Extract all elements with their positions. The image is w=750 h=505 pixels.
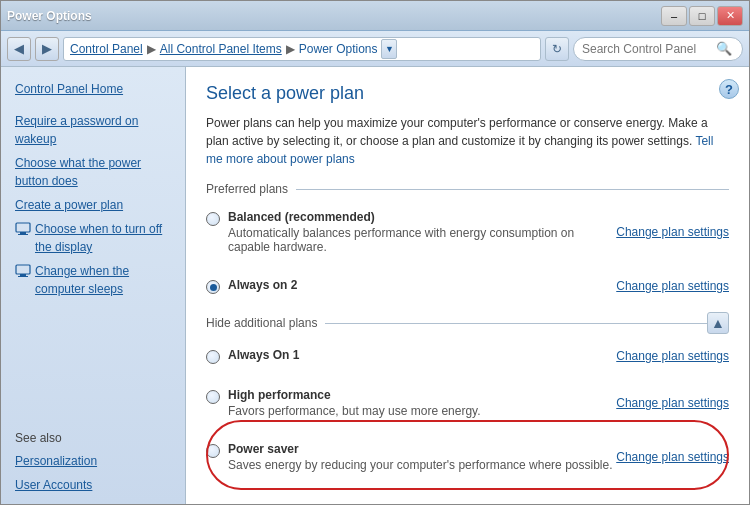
radio-always-on-1-btn[interactable] xyxy=(206,350,220,364)
sleep-icon xyxy=(15,263,31,279)
plan-balanced: Balanced (recommended) Automatically bal… xyxy=(206,204,729,260)
plan-always-on-1-change[interactable]: Change plan settings xyxy=(616,349,729,363)
svg-rect-0 xyxy=(16,223,30,232)
refresh-button[interactable]: ↻ xyxy=(545,37,569,61)
plan-always-on-1-name: Always On 1 xyxy=(228,348,616,362)
radio-power-saver[interactable] xyxy=(206,444,220,458)
plan-always-on-2-info: Always on 2 xyxy=(228,278,616,294)
page-title: Select a power plan xyxy=(206,83,729,104)
breadcrumb[interactable]: Control Panel ▶ All Control Panel Items … xyxy=(63,37,541,61)
content-area: ? Select a power plan Power plans can he… xyxy=(186,67,749,504)
sleep-link-text: Change when the computer sleeps xyxy=(35,262,171,298)
plan-power-saver: Power saver Saves energy by reducing you… xyxy=(206,436,729,478)
plan-high-performance-info: High performance Favors performance, but… xyxy=(228,388,616,418)
additional-toggle[interactable]: ▲ xyxy=(707,312,729,334)
svg-rect-1 xyxy=(20,232,26,234)
plan-always-on-1: Always On 1 Change plan settings xyxy=(206,342,729,370)
close-button[interactable]: ✕ xyxy=(717,6,743,26)
plan-power-saver-info: Power saver Saves energy by reducing you… xyxy=(228,442,616,472)
plan-balanced-desc: Automatically balances performance with … xyxy=(228,226,616,254)
title-controls: – □ ✕ xyxy=(661,6,743,26)
content-intro: Power plans can help you maximize your c… xyxy=(206,114,729,168)
search-input[interactable] xyxy=(582,42,712,56)
additional-divider xyxy=(325,323,707,324)
forward-button[interactable]: ▶ xyxy=(35,37,59,61)
sidebar-item-sleep[interactable]: Change when the computer sleeps xyxy=(1,259,185,301)
help-button[interactable]: ? xyxy=(719,79,739,99)
preferred-section-header: Preferred plans xyxy=(206,182,729,196)
plan-always-on-2: Always on 2 Change plan settings xyxy=(206,272,729,300)
sidebar: Control Panel Home Require a password on… xyxy=(1,67,186,504)
plan-high-performance-desc: Favors performance, but may use more ene… xyxy=(228,404,616,418)
breadcrumb-3: Power Options xyxy=(299,42,378,56)
display-link-text: Choose when to turn off the display xyxy=(35,220,171,256)
radio-power-saver-btn[interactable] xyxy=(206,444,220,458)
radio-high-performance-btn[interactable] xyxy=(206,390,220,404)
breadcrumb-2[interactable]: All Control Panel Items xyxy=(160,42,282,56)
plan-high-performance-change[interactable]: Change plan settings xyxy=(616,396,729,410)
sidebar-item-user-accounts[interactable]: User Accounts xyxy=(1,473,185,497)
main-window: Power Options – □ ✕ ◀ ▶ Control Panel ▶ … xyxy=(0,0,750,505)
sidebar-item-home[interactable]: Control Panel Home xyxy=(1,77,185,101)
see-also-label: See also xyxy=(1,421,185,449)
plan-balanced-name: Balanced (recommended) xyxy=(228,210,616,224)
additional-label: Hide additional plans xyxy=(206,316,317,330)
main-area: Control Panel Home Require a password on… xyxy=(1,67,749,504)
search-icon: 🔍 xyxy=(716,41,732,56)
sidebar-item-display[interactable]: Create a power plan Choose when to turn … xyxy=(1,217,185,259)
plan-power-saver-name: Power saver xyxy=(228,442,616,456)
breadcrumb-1[interactable]: Control Panel xyxy=(70,42,143,56)
sidebar-item-power-button[interactable]: Choose what the power button does xyxy=(1,151,185,193)
back-button[interactable]: ◀ xyxy=(7,37,31,61)
plan-balanced-info: Balanced (recommended) Automatically bal… xyxy=(228,210,616,254)
window-title: Power Options xyxy=(7,9,661,23)
sidebar-item-personalization[interactable]: Personalization xyxy=(1,449,185,473)
breadcrumb-sep-1: ▶ xyxy=(147,42,156,56)
plan-always-on-2-change[interactable]: Change plan settings xyxy=(616,279,729,293)
radio-high-performance[interactable] xyxy=(206,390,220,404)
svg-rect-4 xyxy=(20,274,26,276)
address-bar: ◀ ▶ Control Panel ▶ All Control Panel It… xyxy=(1,31,749,67)
plan-high-performance-name: High performance xyxy=(228,388,616,402)
maximize-button[interactable]: □ xyxy=(689,6,715,26)
plan-always-on-2-name: Always on 2 xyxy=(228,278,616,292)
radio-balanced[interactable] xyxy=(206,212,220,226)
plan-power-saver-desc: Saves energy by reducing your computer's… xyxy=(228,458,616,472)
breadcrumb-sep-2: ▶ xyxy=(286,42,295,56)
radio-balanced-btn[interactable] xyxy=(206,212,220,226)
plan-power-saver-change[interactable]: Change plan settings xyxy=(616,450,729,464)
radio-always-on-2-btn[interactable] xyxy=(206,280,220,294)
preferred-divider xyxy=(296,189,729,190)
minimize-button[interactable]: – xyxy=(661,6,687,26)
title-bar: Power Options – □ ✕ xyxy=(1,1,749,31)
breadcrumb-dropdown[interactable]: ▼ xyxy=(381,39,397,59)
search-bar[interactable]: 🔍 xyxy=(573,37,743,61)
svg-rect-5 xyxy=(18,276,28,277)
svg-rect-2 xyxy=(18,234,28,235)
plan-high-performance: High performance Favors performance, but… xyxy=(206,382,729,424)
sidebar-item-create-plan[interactable]: Create a power plan xyxy=(1,193,185,217)
additional-section-header: Hide additional plans ▲ xyxy=(206,312,729,334)
plan-balanced-change[interactable]: Change plan settings xyxy=(616,225,729,239)
plan-always-on-1-info: Always On 1 xyxy=(228,348,616,364)
svg-rect-3 xyxy=(16,265,30,274)
display-icon xyxy=(15,221,31,237)
radio-always-on-2[interactable] xyxy=(206,280,220,294)
sidebar-item-password[interactable]: Require a password on wakeup xyxy=(1,109,185,151)
preferred-label: Preferred plans xyxy=(206,182,288,196)
radio-always-on-1[interactable] xyxy=(206,350,220,364)
